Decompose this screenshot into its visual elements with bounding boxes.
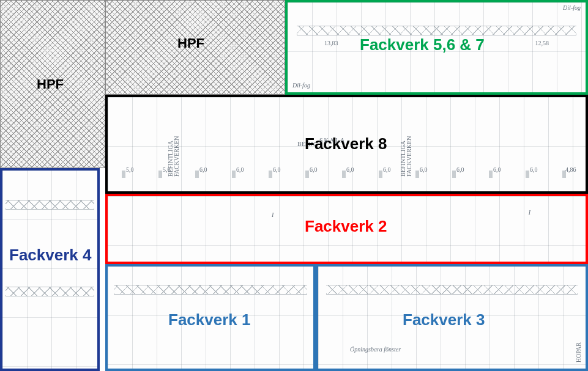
dim-8-5: 6,0: [310, 167, 318, 173]
region-fackverk-567: 13,83 12,58 Dil-fog Dil-fog: [285, 0, 588, 95]
note-befintliga-center: BEFIN: [297, 141, 315, 147]
mark-2-a: I: [272, 212, 274, 220]
dim-567-1: 13,83: [324, 40, 338, 46]
dim-8-8: 6,0: [420, 167, 428, 173]
region-fackverk-2: I I: [105, 194, 588, 264]
dim-8-3: 6,0: [236, 167, 244, 173]
region-fackverk-4: [0, 168, 100, 371]
dim-8-7: 6,0: [383, 167, 391, 173]
diagram-stage: HPF HPF 13,83 12,58 Dil-fog Dil-fog Fack…: [0, 0, 588, 371]
region-hpf-right: [105, 0, 285, 95]
dim-8-1: 5,0: [163, 167, 171, 173]
dim-8-0: 5,0: [126, 167, 134, 173]
note-skala: SKALA: [319, 138, 346, 144]
region-fackverk-8: BEFINTLIGA FACKVERKEN BEFIN BEFINTLIGA F…: [105, 95, 588, 194]
region-fackverk-3: Öpningsbara fönster HOPAR: [316, 264, 588, 371]
note-dilfog-top: Dil-fog: [292, 83, 310, 89]
dim-8-6: 6,0: [346, 167, 354, 173]
dim-8-4: 6,0: [273, 167, 281, 173]
dim-8-9: 6,0: [456, 167, 464, 173]
note-hopar: HOPAR: [576, 332, 582, 362]
mark-2-b: I: [529, 210, 530, 216]
note-befintliga-right: BEFINTLIGA FACKVERKEN: [400, 109, 412, 177]
note-opningsbara: Öpningsbara fönster: [350, 347, 401, 353]
note-dilfog-right: Dil-fog: [563, 5, 581, 11]
dim-8-12: 4,86: [565, 167, 576, 173]
region-fackverk-1: [105, 264, 316, 371]
dim-567-2: 12,58: [535, 40, 549, 46]
dim-8-10: 6,0: [493, 167, 501, 173]
region-hpf-left: [0, 0, 105, 168]
dim-8-11: 6,0: [530, 167, 538, 173]
dim-8-2: 6,0: [199, 167, 207, 173]
